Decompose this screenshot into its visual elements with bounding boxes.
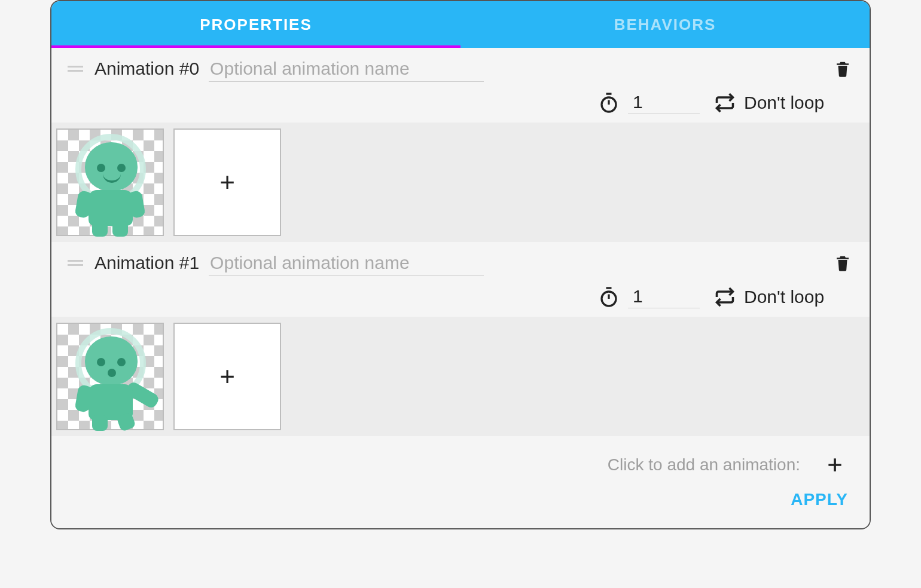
trash-icon: [834, 253, 852, 273]
frame-thumbnail[interactable]: [56, 323, 164, 430]
animation-label: Animation #1: [94, 253, 199, 273]
apply-row: APPLY: [51, 482, 870, 521]
animation-header: Animation #1: [51, 242, 870, 277]
add-animation-button[interactable]: [822, 452, 848, 478]
add-frame-button[interactable]: +: [173, 128, 281, 236]
apply-button[interactable]: APPLY: [791, 490, 848, 509]
add-animation-row: Click to add an animation:: [51, 436, 870, 482]
animation-item: Animation #1: [51, 242, 870, 436]
add-frame-button[interactable]: +: [173, 323, 281, 430]
loop-control[interactable]: Don't loop: [714, 92, 846, 114]
sprite-preview: [62, 326, 158, 427]
fps-input[interactable]: [628, 285, 700, 308]
delete-animation-button[interactable]: [830, 55, 855, 82]
timer-icon: [598, 286, 620, 308]
frames-row: +: [51, 122, 870, 242]
frame-thumbnail[interactable]: [56, 128, 164, 236]
plus-icon: +: [219, 169, 235, 195]
animation-item: Animation #0: [51, 48, 870, 242]
tab-properties-label: PROPERTIES: [200, 16, 312, 34]
loop-icon: [714, 286, 736, 308]
animation-controls: Don't loop: [51, 277, 870, 317]
timer-icon: [598, 92, 620, 114]
animation-name-input[interactable]: [209, 56, 484, 82]
fps-control: [598, 91, 700, 114]
drag-handle-icon[interactable]: [66, 260, 85, 266]
drag-handle-icon[interactable]: [66, 66, 85, 72]
loop-label: Don't loop: [744, 287, 846, 307]
animation-list: Animation #0: [51, 48, 870, 528]
tab-behaviors-label: BEHAVIORS: [614, 16, 716, 34]
tab-bar: PROPERTIES BEHAVIORS: [51, 1, 870, 48]
fps-input[interactable]: [628, 91, 700, 114]
loop-label: Don't loop: [744, 93, 846, 113]
add-animation-hint: Click to add an animation:: [608, 455, 800, 474]
animation-name-input[interactable]: [209, 250, 484, 276]
animation-header: Animation #0: [51, 48, 870, 82]
plus-icon: +: [219, 363, 235, 390]
animation-label: Animation #0: [94, 59, 199, 79]
tab-properties[interactable]: PROPERTIES: [51, 1, 460, 48]
delete-animation-button[interactable]: [830, 249, 855, 277]
trash-icon: [834, 59, 852, 79]
editor-window: PROPERTIES BEHAVIORS Animation #0: [50, 0, 871, 529]
frames-row: +: [51, 317, 870, 436]
animation-controls: Don't loop: [51, 82, 870, 122]
tab-behaviors[interactable]: BEHAVIORS: [460, 1, 870, 48]
loop-icon: [714, 92, 736, 114]
sprite-preview: [62, 131, 158, 233]
loop-control[interactable]: Don't loop: [714, 286, 846, 308]
fps-control: [598, 285, 700, 308]
plus-icon: [825, 455, 844, 474]
